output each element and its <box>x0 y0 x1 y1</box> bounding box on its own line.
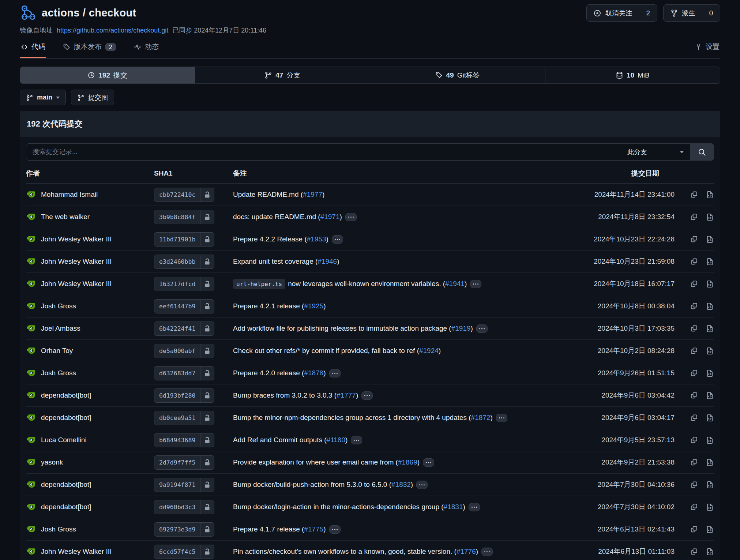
commit-sha-button[interactable]: 3b9b8c884f <box>154 210 214 224</box>
avatar[interactable]: b <box>26 480 36 490</box>
unwatch-button[interactable]: 取消关注 2 <box>586 4 657 22</box>
search-commits-input[interactable] <box>26 143 621 161</box>
expand-commit-button[interactable] <box>469 503 480 511</box>
commit-message-text[interactable]: Bump docker/login-action in the minor-ac… <box>233 503 444 511</box>
commit-message-text[interactable]: Add workflow file for publishing release… <box>233 324 451 332</box>
avatar[interactable]: b <box>26 435 36 445</box>
commit-message-text[interactable]: Provide explanation for where user email… <box>233 458 398 466</box>
tab-settings[interactable]: 设置 <box>694 41 720 58</box>
copy-sha-button[interactable] <box>690 481 698 489</box>
avatar[interactable]: b <box>26 368 36 378</box>
commit-message-text[interactable]: Add Ref and Commit outputs ( <box>233 436 327 444</box>
copy-sha-button[interactable] <box>690 258 698 266</box>
commit-message-text[interactable]: Prepare 4.2.0 release ( <box>233 369 304 377</box>
avatar[interactable]: b <box>26 546 36 557</box>
view-file-at-commit-button[interactable] <box>706 302 714 311</box>
commit-message-text[interactable]: now leverages well-known environment var… <box>288 280 445 288</box>
copy-sha-button[interactable] <box>690 503 698 511</box>
avatar[interactable]: b <box>26 256 36 267</box>
stat-branches[interactable]: 47 分支 <box>195 67 370 83</box>
copy-sha-button[interactable] <box>690 458 698 467</box>
tab-activity[interactable]: 动态 <box>133 41 159 58</box>
pr-link[interactable]: #1869 <box>398 458 417 466</box>
view-file-at-commit-button[interactable] <box>706 258 714 266</box>
commit-sha-button[interactable]: dd960bd3c3 <box>154 500 214 514</box>
pr-link[interactable]: #1831 <box>444 503 463 511</box>
commit-message-text[interactable]: Prepare 4.1.7 release ( <box>233 525 304 533</box>
view-file-at-commit-button[interactable] <box>706 548 714 556</box>
pr-link[interactable]: #1775 <box>304 525 323 533</box>
commit-message-text[interactable]: Check out other refs/* by commit if prov… <box>233 347 419 355</box>
commit-message-text[interactable]: Update README.md ( <box>233 191 303 199</box>
commit-message-text[interactable]: Prepare 4.2.1 release ( <box>233 302 304 310</box>
pr-link[interactable]: #1180 <box>327 436 345 444</box>
copy-sha-button[interactable] <box>690 213 698 221</box>
avatar[interactable]: b <box>26 189 36 200</box>
expand-commit-button[interactable] <box>496 414 507 422</box>
commit-message-text[interactable]: Expand unit test coverage ( <box>233 258 318 266</box>
fork-button[interactable]: 派生 0 <box>663 4 720 22</box>
view-file-at-commit-button[interactable] <box>706 391 714 400</box>
expand-commit-button[interactable] <box>361 391 373 400</box>
avatar[interactable]: b <box>26 457 36 467</box>
tab-releases[interactable]: 版本发布 2 <box>62 41 117 58</box>
expand-commit-button[interactable] <box>423 458 434 467</box>
expand-commit-button[interactable] <box>332 235 343 244</box>
avatar[interactable]: b <box>26 502 36 512</box>
copy-sha-button[interactable] <box>690 369 698 377</box>
repo-title[interactable]: actions / checkout <box>42 7 136 19</box>
copy-sha-button[interactable] <box>690 235 698 244</box>
commit-sha-button[interactable]: de5a000abf <box>154 344 214 358</box>
pr-link[interactable]: #1971 <box>320 213 340 221</box>
mirror-url-link[interactable]: https://github.com/actions/checkout.git <box>57 27 168 34</box>
copy-sha-button[interactable] <box>690 414 698 422</box>
view-file-at-commit-button[interactable] <box>706 503 714 511</box>
search-button[interactable] <box>690 143 714 161</box>
commit-sha-button[interactable]: d632683dd7 <box>154 366 214 380</box>
forks-count[interactable]: 0 <box>702 5 720 21</box>
branch-selector[interactable]: main <box>20 90 66 105</box>
pr-link[interactable]: #1919 <box>451 324 471 332</box>
stat-size[interactable]: 10 MiB <box>545 67 720 83</box>
expand-commit-button[interactable] <box>481 548 493 556</box>
copy-sha-button[interactable] <box>690 302 698 311</box>
commit-sha-button[interactable]: 6d193bf280 <box>154 388 214 403</box>
commit-sha-button[interactable]: db0cee9a51 <box>154 411 214 425</box>
commit-sha-button[interactable]: 2d7d9f7ff5 <box>154 455 214 470</box>
commit-message-text[interactable]: Bump braces from 3.0.2 to 3.0.3 ( <box>233 391 337 399</box>
expand-commit-button[interactable] <box>416 481 428 489</box>
avatar[interactable]: b <box>26 301 36 311</box>
commit-sha-button[interactable]: 163217dfcd <box>154 277 214 291</box>
view-file-at-commit-button[interactable] <box>706 324 714 333</box>
copy-sha-button[interactable] <box>690 525 698 534</box>
commit-message-text[interactable]: docs: update README.md ( <box>233 213 320 221</box>
view-file-at-commit-button[interactable] <box>706 191 714 199</box>
commit-sha-button[interactable]: e3d2460bbb <box>154 255 214 269</box>
watchers-count[interactable]: 2 <box>639 5 657 21</box>
pr-link[interactable]: #1872 <box>471 414 491 422</box>
commit-graph-button[interactable]: 提交图 <box>71 90 114 105</box>
view-file-at-commit-button[interactable] <box>706 525 714 534</box>
avatar[interactable]: b <box>26 346 36 356</box>
view-file-at-commit-button[interactable] <box>706 369 714 377</box>
copy-sha-button[interactable] <box>690 280 698 288</box>
pr-link[interactable]: #1832 <box>391 481 411 489</box>
commit-sha-button[interactable]: 692973e3d9 <box>154 522 214 537</box>
commit-sha-button[interactable]: 11bd71901b <box>154 232 214 247</box>
avatar[interactable]: b <box>26 524 36 534</box>
view-file-at-commit-button[interactable] <box>706 280 714 288</box>
expand-commit-button[interactable] <box>476 324 488 333</box>
tab-code[interactable]: 代码 <box>20 41 46 58</box>
view-file-at-commit-button[interactable] <box>706 235 714 244</box>
copy-sha-button[interactable] <box>690 548 698 556</box>
commit-sha-button[interactable]: eef61447b9 <box>154 299 214 313</box>
commit-message-text[interactable]: Bump the minor-npm-dependencies group ac… <box>233 414 471 422</box>
pr-link[interactable]: #1953 <box>307 235 326 243</box>
avatar[interactable]: b <box>26 413 36 423</box>
pr-link[interactable]: #1878 <box>304 369 323 377</box>
expand-commit-button[interactable] <box>351 436 362 444</box>
expand-commit-button[interactable] <box>470 280 481 288</box>
pr-link[interactable]: #1925 <box>304 302 323 310</box>
view-file-at-commit-button[interactable] <box>706 436 714 444</box>
view-file-at-commit-button[interactable] <box>706 458 714 467</box>
